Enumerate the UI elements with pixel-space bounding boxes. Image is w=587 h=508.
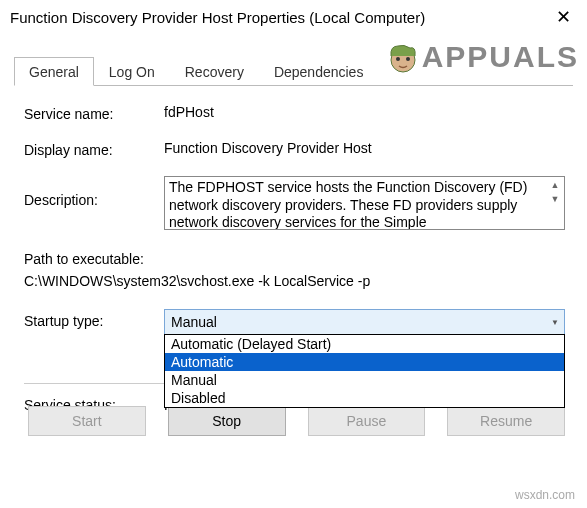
description-row: Description: The FDPHOST service hosts t… (24, 176, 565, 230)
resume-button[interactable]: Resume (447, 406, 565, 436)
startup-type-selected: Manual (171, 314, 217, 330)
startup-type-dropdown: Automatic (Delayed Start) Automatic Manu… (164, 334, 565, 408)
start-button[interactable]: Start (28, 406, 146, 436)
tab-general[interactable]: General (14, 57, 94, 86)
option-disabled[interactable]: Disabled (165, 389, 564, 407)
scroll-up-icon[interactable]: ▲ (547, 178, 563, 192)
title-bar: Function Discovery Provider Host Propert… (0, 0, 587, 34)
display-name-row: Display name: Function Discovery Provide… (24, 140, 565, 158)
tab-dependencies[interactable]: Dependencies (259, 57, 379, 85)
stop-button[interactable]: Stop (168, 406, 286, 436)
startup-type-label: Startup type: (24, 309, 164, 329)
footer-watermark: wsxdn.com (515, 488, 575, 502)
window-title: Function Discovery Provider Host Propert… (10, 9, 425, 26)
service-name-row: Service name: fdPHost (24, 104, 565, 122)
startup-type-combo[interactable]: Manual (164, 309, 565, 335)
pause-button[interactable]: Pause (308, 406, 426, 436)
display-name-label: Display name: (24, 140, 164, 158)
properties-panel: Service name: fdPHost Display name: Func… (0, 86, 587, 384)
tab-recovery[interactable]: Recovery (170, 57, 259, 85)
scroll-down-icon[interactable]: ▼ (547, 192, 563, 206)
path-label: Path to executable: (24, 248, 565, 270)
startup-type-row: Startup type: Manual ▼ Automatic (Delaye… (24, 309, 565, 335)
description-label: Description: (24, 176, 164, 208)
display-name-value: Function Discovery Provider Host (164, 140, 565, 156)
tab-log-on[interactable]: Log On (94, 57, 170, 85)
path-value: C:\WINDOWS\system32\svchost.exe -k Local… (24, 270, 565, 292)
description-text[interactable]: The FDPHOST service hosts the Function D… (164, 176, 565, 230)
service-name-value: fdPHost (164, 104, 565, 120)
startup-type-combo-wrapper: Manual ▼ Automatic (Delayed Start) Autom… (164, 309, 565, 335)
option-manual[interactable]: Manual (165, 371, 564, 389)
service-name-label: Service name: (24, 104, 164, 122)
option-automatic-delayed[interactable]: Automatic (Delayed Start) (165, 335, 564, 353)
path-section: Path to executable: C:\WINDOWS\system32\… (24, 248, 565, 293)
tab-strip: General Log On Recovery Dependencies (14, 56, 587, 85)
close-icon[interactable]: ✕ (548, 6, 579, 28)
option-automatic[interactable]: Automatic (165, 353, 564, 371)
service-control-buttons: Start Stop Pause Resume (28, 406, 565, 436)
description-box: The FDPHOST service hosts the Function D… (164, 176, 565, 230)
